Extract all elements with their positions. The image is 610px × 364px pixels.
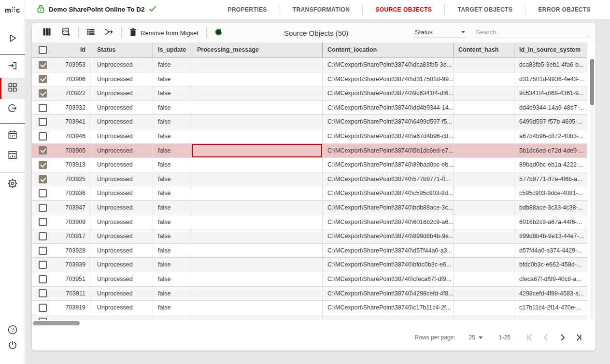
table-row[interactable]: 703919UnprocessedfalseC:\MCexport\ShareP… <box>32 301 587 315</box>
cell-is_update: false <box>153 158 192 172</box>
sidebar-item-import[interactable] <box>4 60 21 73</box>
merge-icon <box>104 28 114 38</box>
merge-button[interactable] <box>102 26 116 40</box>
svg-text:CSV: CSV <box>63 30 69 33</box>
row-checkbox[interactable] <box>39 132 47 140</box>
table-row[interactable]: 703947UnprocessedfalseC:\MCexport\ShareP… <box>32 201 587 215</box>
cell-status: Unprocessed <box>92 287 153 301</box>
table-row[interactable]: 703946UnprocessedfalseC:\MCexport\ShareP… <box>32 129 587 144</box>
horizontal-scrollbar-thumb[interactable] <box>33 321 80 325</box>
table-row[interactable]: 703936UnprocessedfalseC:\MCexport\ShareP… <box>32 186 587 201</box>
sidebar-item-reports[interactable] <box>4 150 21 162</box>
table-row[interactable]: 703906UnprocessedfalseC:\MCexport\ShareP… <box>32 72 587 87</box>
csv-export-button[interactable]: CSV <box>59 26 73 40</box>
table-row[interactable]: 703925UnprocessedfalseC:\MCexport\ShareP… <box>32 172 587 187</box>
column-header-processing_message[interactable]: Processing_message <box>192 42 322 57</box>
sidebar-item-logout[interactable] <box>4 340 21 352</box>
logo-c: c <box>16 6 20 14</box>
tab-source-objects[interactable]: SOURCE OBJECTS <box>363 6 444 13</box>
row-checkbox[interactable] <box>39 232 47 240</box>
row-checkbox[interactable] <box>39 261 47 269</box>
table-row[interactable]: 703922UnprocessedfalseC:\MCexport\ShareP… <box>32 86 587 101</box>
row-checkbox[interactable] <box>39 89 47 98</box>
select-all-checkbox[interactable] <box>39 46 47 54</box>
row-checkbox[interactable] <box>39 146 47 154</box>
table-row[interactable]: 703932UnprocessedfalseC:\MCexport\ShareP… <box>32 101 587 115</box>
cell-id_in_source_system: bfdc0b3c-e662-458d-... <box>514 258 587 272</box>
cell-content_hash <box>453 172 514 186</box>
cell-id: 703936 <box>53 186 92 200</box>
row-checkbox[interactable] <box>39 289 47 297</box>
cell-is_update <box>153 315 192 320</box>
first-page-button[interactable] <box>521 330 538 345</box>
row-checkbox[interactable] <box>39 247 47 255</box>
cell-content_location: C:\MCexport\SharePoint\38740\bdb88ace-3c… <box>322 201 453 215</box>
remove-from-migset-button[interactable]: Remove from Migset <box>127 28 201 38</box>
row-checkbox[interactable] <box>39 161 47 169</box>
table-row[interactable]: 703913UnprocessedfalseC:\MCexport\ShareP… <box>32 158 587 172</box>
row-checkbox[interactable] <box>39 175 47 183</box>
tab-properties[interactable]: PROPERTIES <box>215 6 279 13</box>
cell-is_update: false <box>153 86 192 100</box>
sidebar-item-export[interactable] <box>4 103 21 115</box>
cell-content_location: C:\MCexport\SharePoint\38740\4298cefd-4f… <box>322 287 453 301</box>
row-checkbox[interactable] <box>39 189 47 197</box>
vertical-scrollbar-thumb[interactable] <box>590 59 594 105</box>
table-row[interactable]: 703928UnprocessedfalseC:\MCexport\ShareP… <box>32 244 587 258</box>
cell-content_hash <box>453 201 514 215</box>
prev-page-button[interactable] <box>538 330 554 345</box>
column-header-is_update[interactable]: Is_update <box>153 42 192 57</box>
table-row[interactable]: 703917UnprocessedfalseC:\MCexport\ShareP… <box>32 229 587 244</box>
cell-processing_message <box>192 201 322 215</box>
cell-is_update: false <box>153 258 192 272</box>
sidebar-item-scheduler[interactable] <box>4 129 21 142</box>
column-header-id_in_source_system[interactable]: Id_in_source_system <box>514 42 587 57</box>
table-row[interactable]: 703951UnprocessedfalseC:\MCexport\ShareP… <box>32 272 587 287</box>
tab-error-objects[interactable]: ERROR OBJECTS <box>525 6 603 13</box>
column-header-content_hash[interactable]: Content_hash <box>453 42 514 57</box>
row-checkbox[interactable] <box>39 104 47 112</box>
row-checkbox[interactable] <box>39 75 47 83</box>
table-row-partial[interactable] <box>32 315 587 320</box>
row-checkbox[interactable] <box>39 304 47 312</box>
row-checkbox[interactable] <box>39 275 47 283</box>
sidebar-item-settings[interactable] <box>4 178 21 191</box>
cell-id_in_source_system: 89bad0bc-eb1a-4222-... <box>514 158 587 172</box>
status-filter-select[interactable]: Status <box>414 27 466 38</box>
tab-target-objects[interactable]: TARGET OBJECTS <box>445 6 525 13</box>
last-page-button[interactable] <box>570 330 587 345</box>
cell-id: 703922 <box>53 86 92 100</box>
table-row[interactable]: 703941UnprocessedfalseC:\MCexport\ShareP… <box>32 115 587 129</box>
column-header-content_location[interactable]: Content_location <box>322 42 453 57</box>
cell-is_update: false <box>153 301 192 315</box>
calendar-icon <box>7 129 18 142</box>
cell-is_update: false <box>153 287 192 301</box>
cell-id: 703939 <box>53 258 92 272</box>
row-checkbox[interactable] <box>39 204 47 212</box>
table-row[interactable]: 703909UnprocessedfalseC:\MCexport\ShareP… <box>32 215 587 230</box>
column-header-id[interactable]: Id <box>53 42 92 57</box>
list-view-button[interactable] <box>84 26 98 40</box>
table-row[interactable]: 703911UnprocessedfalseC:\MCexport\ShareP… <box>32 287 587 301</box>
row-checkbox[interactable] <box>39 218 47 226</box>
table-row[interactable]: 703939UnprocessedfalseC:\MCexport\ShareP… <box>32 258 587 272</box>
table-row[interactable]: 703905UnprocessedfalseC:\MCexport\ShareP… <box>32 144 587 158</box>
sidebar-item-dashboard-active[interactable] <box>0 78 25 99</box>
cell-processing_message <box>192 258 322 272</box>
row-checkbox[interactable] <box>39 61 47 69</box>
tab-transformation[interactable]: TRANSFORMATION <box>280 6 363 13</box>
column-header-status[interactable]: Status <box>92 42 153 57</box>
cell-content_hash <box>453 86 514 100</box>
row-checkbox-cell <box>32 101 53 115</box>
sidebar-item-run[interactable] <box>4 33 21 45</box>
cell-content_location: C:\MCexport\SharePoint\38740\577b9771-ff… <box>322 172 453 186</box>
table-row[interactable]: 703953UnprocessedfalseC:\MCexport\ShareP… <box>32 58 587 72</box>
refresh-button[interactable] <box>212 26 226 40</box>
cell-content_location: C:\MCexport\SharePoint\38740\6016b2c9-a6… <box>322 215 453 229</box>
rows-per-page-select[interactable]: 25 <box>469 334 482 341</box>
sidebar-item-help[interactable]: ? <box>4 324 21 337</box>
row-checkbox[interactable] <box>39 118 47 126</box>
next-page-button[interactable] <box>554 330 570 345</box>
columns-button[interactable] <box>40 26 54 40</box>
search-input[interactable] <box>475 27 589 38</box>
